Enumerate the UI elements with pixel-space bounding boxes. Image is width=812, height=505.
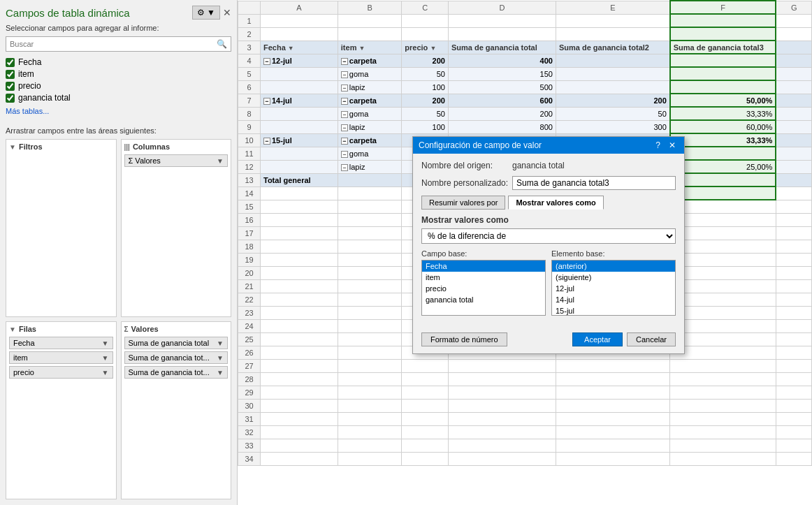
cell-10f[interactable]: 33,33% [670, 133, 776, 147]
base-field-ganancia[interactable]: ganancia total [422, 294, 545, 305]
valores-suma1-dropdown[interactable]: ▼ [217, 339, 224, 347]
cell-1a[interactable] [261, 14, 338, 27]
cell-2d[interactable] [448, 27, 556, 41]
columnas-valores-dropdown[interactable]: ▼ [217, 157, 224, 165]
cell-1d[interactable] [448, 14, 556, 27]
cell-9a[interactable] [261, 120, 338, 133]
cell-3a[interactable]: Fecha ▼ [261, 41, 338, 54]
cell-3b[interactable]: item ▼ [338, 41, 402, 54]
cell-10a[interactable]: −15-jul [261, 133, 338, 147]
col-header-e[interactable]: E [556, 1, 669, 14]
cell-8g[interactable] [776, 107, 811, 120]
cell-6g[interactable] [776, 80, 811, 94]
search-input[interactable] [6, 38, 213, 50]
cell-6e[interactable] [556, 80, 669, 94]
cell-5e[interactable] [556, 67, 669, 80]
collapse-12jul[interactable]: − [263, 58, 270, 65]
cell-8b[interactable]: −goma [338, 107, 402, 120]
cell-2f[interactable] [670, 27, 776, 41]
collapse-11b[interactable]: − [341, 151, 348, 158]
cell-12b[interactable]: −lapiz [338, 160, 402, 173]
filas-precio-dropdown[interactable]: ▼ [102, 369, 109, 376]
tab-mostrar[interactable]: Mostrar valores como [508, 196, 603, 210]
cell-7d[interactable]: 600 [448, 94, 556, 107]
cell-4g[interactable] [776, 54, 811, 67]
cell-9e[interactable]: 300 [556, 120, 669, 133]
filas-item-dropdown[interactable]: ▼ [102, 354, 109, 362]
cell-7g[interactable] [776, 94, 811, 107]
base-field-fecha[interactable]: Fecha [422, 261, 545, 272]
base-field-list[interactable]: Fecha item precio ganancia total [421, 260, 546, 316]
cell-8e[interactable]: 50 [556, 107, 669, 120]
precio-filter-icon[interactable]: ▼ [430, 45, 436, 52]
collapse-12b[interactable]: − [341, 164, 348, 171]
cell-12g[interactable] [776, 160, 811, 173]
valores-suma3-item[interactable]: Suma de ganancia tot... ▼ [124, 366, 229, 379]
dialog-close-button[interactable]: ✕ [666, 140, 679, 150]
cell-7b[interactable]: −carpeta [338, 94, 402, 107]
cell-13b[interactable] [338, 173, 402, 186]
cell-11b[interactable]: −goma [338, 147, 402, 160]
cell-11a[interactable] [261, 147, 338, 160]
cell-7f[interactable]: 50,00% [670, 94, 776, 107]
more-tables-link[interactable]: Más tablas... [6, 107, 231, 115]
cell-2c[interactable] [402, 27, 449, 41]
cell-13g[interactable] [776, 173, 811, 186]
col-header-a[interactable]: A [261, 1, 338, 14]
valores-suma1-item[interactable]: Suma de ganancia total ▼ [124, 337, 229, 349]
col-header-b[interactable]: B [338, 1, 402, 14]
base-elem-siguiente[interactable]: (siguiente) [552, 272, 675, 283]
field-fecha[interactable]: Fecha [6, 57, 231, 67]
format-number-button[interactable]: Formato de número [421, 332, 507, 346]
cell-6a[interactable] [261, 80, 338, 94]
cell-8c[interactable]: 50 [402, 107, 449, 120]
cell-1g[interactable] [776, 14, 811, 27]
col-header-g[interactable]: G [776, 1, 811, 14]
cell-9f[interactable]: 60,00% [670, 120, 776, 133]
field-ganancia[interactable]: ganancia total [6, 93, 231, 103]
valores-suma2-dropdown[interactable]: ▼ [217, 354, 224, 362]
base-elem-14jul[interactable]: 14-jul [552, 294, 675, 305]
columnas-valores-item[interactable]: Σ Valores ▼ [124, 154, 229, 167]
cell-1f[interactable] [670, 14, 776, 27]
collapse-7b[interactable]: − [341, 98, 348, 105]
valores-suma3-dropdown[interactable]: ▼ [217, 369, 224, 376]
field-item-checkbox[interactable] [6, 70, 15, 79]
col-header-c[interactable]: C [402, 1, 449, 14]
collapse-15jul[interactable]: − [263, 138, 270, 145]
base-field-precio[interactable]: precio [422, 283, 545, 294]
cell-13f[interactable] [670, 173, 776, 186]
collapse-5b[interactable]: − [341, 71, 348, 78]
cell-8a[interactable] [261, 107, 338, 120]
field-item[interactable]: item [6, 69, 231, 79]
cell-7c[interactable]: 200 [402, 94, 449, 107]
cell-4e[interactable] [556, 54, 669, 67]
col-header-f[interactable]: F [670, 1, 776, 14]
cell-2a[interactable] [261, 27, 338, 41]
cell-5f[interactable] [670, 67, 776, 80]
cell-9b[interactable]: −lapiz [338, 120, 402, 133]
collapse-14jul[interactable]: − [263, 98, 270, 105]
collapse-9b[interactable]: − [341, 124, 348, 131]
cell-12a[interactable] [261, 160, 338, 173]
collapse-8b[interactable]: − [341, 111, 348, 118]
accept-button[interactable]: Aceptar [572, 332, 623, 346]
cell-2g[interactable] [776, 27, 811, 41]
cell-4b[interactable]: −carpeta [338, 54, 402, 67]
cell-4c[interactable]: 200 [402, 54, 449, 67]
cell-4f[interactable] [670, 54, 776, 67]
cancel-button[interactable]: Cancelar [627, 332, 676, 346]
cell-1b[interactable] [338, 14, 402, 27]
base-elem-15jul[interactable]: 15-jul [552, 305, 675, 316]
cell-3c[interactable]: precio ▼ [402, 41, 449, 54]
close-panel-button[interactable]: ✕ [223, 7, 231, 18]
cell-10b[interactable]: −carpeta [338, 133, 402, 147]
cell-3f[interactable]: Suma de ganancia total3 [670, 41, 776, 54]
collapse-6b[interactable]: − [341, 85, 348, 92]
filas-fecha-dropdown[interactable]: ▼ [102, 339, 109, 347]
valores-suma2-item[interactable]: Suma de ganancia tot... ▼ [124, 351, 229, 364]
show-values-select[interactable]: % de la diferencia de [421, 228, 676, 244]
custom-name-input[interactable] [512, 176, 676, 190]
tab-resumir[interactable]: Resumir valores por [421, 196, 505, 210]
collapse-4b[interactable]: − [341, 58, 348, 65]
